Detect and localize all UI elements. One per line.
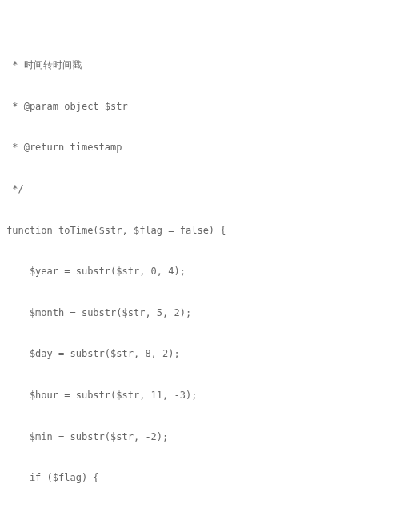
code-line: $hour = substr($str, 11, -3); xyxy=(6,389,414,402)
code-line: function toTime($str, $flag = false) { xyxy=(6,224,414,238)
code-line: */ xyxy=(6,182,414,196)
code-line: $min = substr($str, -2); xyxy=(6,430,414,444)
code-line: $month = substr($str, 5, 2); xyxy=(6,306,414,320)
code-line: $day = substr($str, 8, 2); xyxy=(6,347,414,361)
code-line: $year = substr($str, 0, 4); xyxy=(6,265,414,278)
code-line: if ($flag) { xyxy=(6,471,414,485)
code-line: * @return timestamp xyxy=(6,141,414,154)
code-line: * @param object $str xyxy=(6,100,414,114)
code-line: * 时间转时间戳 xyxy=(6,58,414,72)
